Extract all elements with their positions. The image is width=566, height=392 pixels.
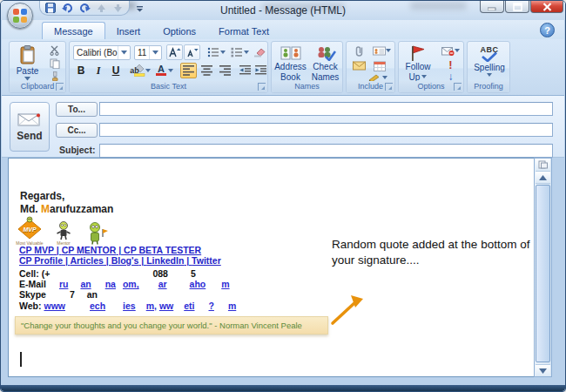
- increase-indent-icon[interactable]: [253, 63, 268, 78]
- attach-file-icon[interactable]: [350, 44, 367, 57]
- follow-up-button[interactable]: Follow Up: [401, 43, 435, 82]
- signature-link[interactable]: Articles: [70, 255, 104, 266]
- attach-item-icon[interactable]: [350, 59, 367, 72]
- bullets-icon[interactable]: [206, 44, 226, 60]
- highlight-button[interactable]: ab: [129, 63, 152, 78]
- contact-link-fragment[interactable]: ww: [159, 301, 173, 311]
- high-importance-icon[interactable]: !: [439, 58, 462, 71]
- signature-link[interactable]: CP MVP: [19, 245, 54, 255]
- business-card-icon[interactable]: [370, 44, 393, 57]
- ribbon-tab-row: Message Insert Options Format Text ?: [2, 20, 564, 39]
- contact-label: Web:: [19, 301, 41, 311]
- signature-link[interactable]: CP MENTOR: [62, 245, 117, 255]
- scrollbar-thumb[interactable]: [536, 185, 550, 362]
- office-button[interactable]: [7, 3, 33, 29]
- redacted-gap: [91, 287, 105, 287]
- bold-button[interactable]: B: [73, 63, 89, 78]
- maximize-button[interactable]: [505, 1, 529, 13]
- contact-link-fragment[interactable]: ies: [123, 301, 136, 311]
- scroll-up-button[interactable]: [536, 172, 550, 184]
- underline-button[interactable]: U: [108, 63, 124, 78]
- grow-font-icon[interactable]: [166, 44, 183, 60]
- clear-formatting-icon[interactable]: [252, 44, 267, 60]
- check-names-button[interactable]: Check Names: [308, 43, 342, 82]
- signature-dropdown-icon: [382, 76, 387, 80]
- align-center-button[interactable]: [199, 63, 215, 78]
- previous-item-icon[interactable]: [94, 2, 108, 15]
- contact-link-fragment[interactable]: ech: [90, 301, 105, 311]
- spelling-button[interactable]: ABC Spelling: [471, 43, 508, 82]
- contact-line: Cell:(+0885: [19, 268, 236, 279]
- scrollbar-top-button[interactable]: [536, 159, 550, 172]
- signature-link[interactable]: LinkedIn: [146, 255, 184, 266]
- customize-quick-access-icon[interactable]: [133, 3, 145, 15]
- italic-button[interactable]: I: [91, 63, 106, 78]
- options-dialog-launcher[interactable]: [454, 83, 462, 91]
- contact-link-fragment[interactable]: na: [105, 279, 116, 289]
- scroll-down-button[interactable]: [536, 364, 550, 376]
- undo-icon[interactable]: [60, 2, 74, 15]
- next-item-icon[interactable]: [111, 2, 125, 15]
- numbering-icon[interactable]: [229, 44, 250, 60]
- contact-link-fragment[interactable]: ar: [158, 279, 167, 289]
- contact-link-fragment[interactable]: www: [44, 301, 65, 311]
- close-button[interactable]: [530, 1, 563, 13]
- tab-insert[interactable]: Insert: [105, 23, 152, 39]
- copy-icon[interactable]: [46, 57, 63, 70]
- contact-link-fragment[interactable]: m: [228, 301, 236, 311]
- align-right-button[interactable]: [217, 63, 233, 78]
- contact-link-fragment[interactable]: m,: [146, 301, 157, 311]
- to-field[interactable]: [99, 102, 553, 116]
- paste-button[interactable]: Paste: [12, 43, 43, 81]
- cc-button[interactable]: Cc...: [56, 123, 98, 138]
- contact-link-fragment[interactable]: ?: [209, 301, 214, 311]
- titlebar: Untitled - Message (HTML): [1, 1, 565, 20]
- shrink-font-icon[interactable]: [184, 44, 200, 60]
- send-button[interactable]: Send: [10, 102, 50, 152]
- font-size-combo[interactable]: 11: [134, 45, 162, 60]
- font-color-button[interactable]: A: [153, 63, 176, 78]
- font-name-combo[interactable]: Calibri (Bo: [73, 45, 131, 60]
- follow-up-dropdown-icon: [421, 75, 427, 79]
- tab-message[interactable]: Message: [42, 22, 105, 39]
- cut-icon[interactable]: [46, 44, 63, 57]
- clipboard-dialog-launcher[interactable]: [56, 83, 64, 91]
- link-separator: |: [184, 255, 192, 266]
- font-color-bar: [156, 73, 166, 76]
- tab-format-text[interactable]: Format Text: [207, 23, 280, 39]
- help-icon[interactable]: ?: [540, 23, 555, 37]
- contact-link-fragment[interactable]: m: [221, 279, 229, 289]
- message-body-editor[interactable]: Regards, Md. Marufuzzaman MVP Most Valua…: [8, 158, 534, 377]
- paste-icon: [19, 45, 37, 65]
- subject-field[interactable]: [99, 144, 553, 158]
- redo-icon[interactable]: [77, 2, 91, 15]
- contact-link-fragment[interactable]: om,: [123, 279, 139, 289]
- include-dialog-launcher[interactable]: [385, 83, 393, 91]
- permission-icon[interactable]: [439, 44, 462, 57]
- address-book-button[interactable]: Address Book: [273, 43, 307, 82]
- signature-link[interactable]: Blog's: [111, 255, 139, 266]
- font-name-dropdown-icon: [118, 46, 130, 59]
- minimize-button[interactable]: [480, 1, 504, 13]
- signature-link[interactable]: Twitter: [192, 255, 221, 266]
- group-options: Follow Up ! ↓ Options: [398, 41, 464, 93]
- vertical-scrollbar[interactable]: [534, 158, 552, 377]
- link-separator: |: [138, 255, 146, 266]
- basic-text-dialog-launcher[interactable]: [258, 83, 266, 91]
- tab-options[interactable]: Options: [152, 23, 207, 39]
- decrease-indent-icon[interactable]: [237, 63, 253, 78]
- group-basic-text: Calibri (Bo 11: [69, 41, 268, 93]
- cc-field[interactable]: [99, 123, 553, 137]
- contact-link-fragment[interactable]: eti: [184, 301, 194, 311]
- redacted-gap: [214, 308, 228, 309]
- calendar-icon[interactable]: [370, 59, 389, 72]
- signature-link[interactable]: CP BETA TESTER: [124, 245, 201, 255]
- to-button[interactable]: To...: [56, 102, 98, 117]
- contact-link-fragment[interactable]: ru: [59, 279, 69, 289]
- align-left-button[interactable]: [180, 63, 197, 78]
- save-icon[interactable]: [44, 2, 57, 15]
- font-color-dropdown-icon: [168, 69, 173, 73]
- contact-link-fragment[interactable]: aho: [190, 279, 206, 289]
- signature-link[interactable]: CP Profile: [19, 255, 63, 266]
- contact-link-fragment[interactable]: an: [80, 279, 91, 289]
